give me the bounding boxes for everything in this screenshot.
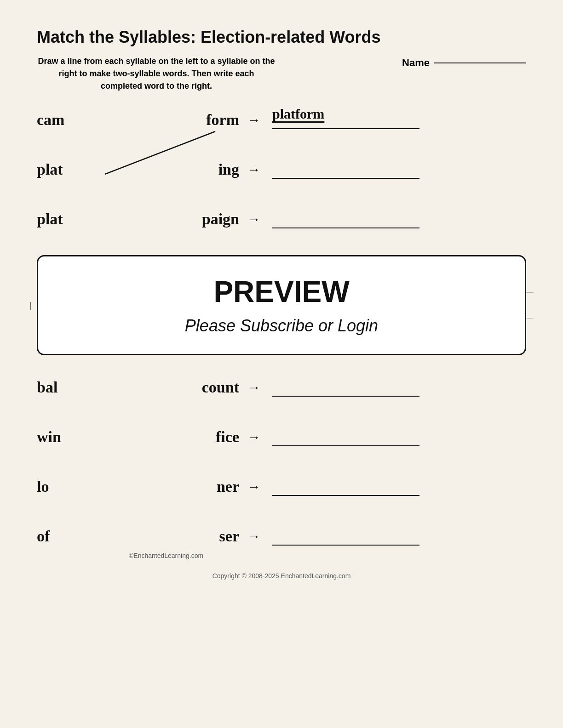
bottom-rows-container: bal count → win fice → lo ner → of ©Ench… xyxy=(37,374,526,550)
arrow-7: → xyxy=(247,529,260,544)
tick-mark-left: | xyxy=(30,301,32,310)
right-syllable-count: count xyxy=(156,379,239,396)
arrow-1: → xyxy=(247,113,260,127)
syllable-row-6: lo ner → xyxy=(37,473,526,500)
answer-container-6 xyxy=(272,478,419,496)
preview-subtitle[interactable]: Please Subscribe or Login xyxy=(66,316,497,336)
answer-container-3 xyxy=(272,210,419,228)
answer-container-7 xyxy=(272,527,419,546)
syllable-row-2: plat ing → xyxy=(37,156,526,183)
answer-container-5 xyxy=(272,428,419,446)
right-syllable-ser: ser xyxy=(156,528,239,545)
answer-container-2 xyxy=(272,160,419,179)
arrow-4: → xyxy=(247,380,260,395)
left-syllable-plat-1: plat xyxy=(37,161,101,178)
tick-marks-right: — — xyxy=(527,289,533,322)
left-syllable-cam: cam xyxy=(37,111,101,129)
left-syllable-lo: lo xyxy=(37,478,101,495)
syllable-row-4: bal count → xyxy=(37,374,526,401)
copyright-text: Copyright © 2008-2025 EnchantedLearning.… xyxy=(37,572,526,580)
instructions-block: Draw a line from each syllable on the le… xyxy=(37,55,526,92)
top-rows-container: cam form → platform plat ing → plat paig… xyxy=(37,106,526,233)
answer-container-4 xyxy=(272,378,419,397)
answer-text-1: platform xyxy=(272,106,324,122)
right-syllable-fice: fice xyxy=(156,428,239,446)
arrow-2: → xyxy=(247,162,260,177)
name-underline[interactable] xyxy=(434,63,526,63)
right-syllable-form: form xyxy=(156,111,239,129)
left-syllable-of: of xyxy=(37,528,101,545)
preview-title: PREVIEW xyxy=(66,275,497,309)
name-label: Name xyxy=(402,55,526,69)
syllable-row-1: cam form → platform xyxy=(37,106,526,134)
page-title: Match the Syllables: Election-related Wo… xyxy=(37,28,526,47)
right-syllable-ner: ner xyxy=(156,478,239,495)
left-syllable-bal: bal xyxy=(37,379,101,396)
syllable-row-7: of ©EnchantedLearning.com ser → xyxy=(37,523,526,550)
left-syllable-plat-2: plat xyxy=(37,210,101,228)
syllable-row-3: plat paign → xyxy=(37,205,526,233)
preview-box[interactable]: PREVIEW Please Subscribe or Login — — | xyxy=(37,255,526,355)
left-syllable-win: win xyxy=(37,428,101,446)
instructions-text: Draw a line from each syllable on the le… xyxy=(37,55,276,92)
arrow-3: → xyxy=(247,212,260,227)
enchanted-watermark: ©EnchantedLearning.com xyxy=(129,552,203,559)
syllable-row-5: win fice → xyxy=(37,423,526,451)
answer-container-1: platform xyxy=(272,111,419,129)
right-syllable-paign: paign xyxy=(156,210,239,228)
arrow-6: → xyxy=(247,479,260,494)
right-syllable-ing: ing xyxy=(156,161,239,178)
arrow-5: → xyxy=(247,430,260,444)
